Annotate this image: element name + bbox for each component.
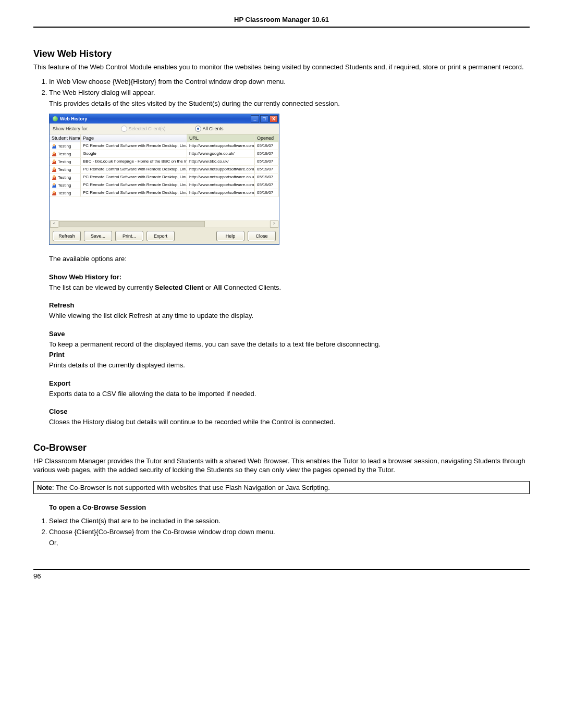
- close-window-button[interactable]: X: [270, 115, 278, 122]
- table-row[interactable]: Testing PC Remote Control Software with …: [50, 142, 279, 150]
- dialog-button-row: Refresh Save... Print... Export Help Clo…: [50, 228, 279, 244]
- cobrowse-steps: Select the Client(s) that are to be incl…: [33, 516, 530, 548]
- opt-save-body: To keep a permanent record of the displa…: [49, 340, 530, 349]
- scroll-thumb[interactable]: [59, 221, 205, 227]
- radio-icon: [121, 126, 127, 132]
- user-icon: [52, 167, 57, 172]
- open-cobrowse-head: To open a Co-Browse Session: [49, 503, 530, 511]
- table-row[interactable]: Testing PC Remote Control Software with …: [50, 181, 279, 189]
- app-icon: [53, 116, 58, 121]
- refresh-button[interactable]: Refresh: [53, 231, 81, 241]
- heading-co-browser: Co-Browser: [33, 442, 530, 453]
- table-header: Student Name Page URL Opened: [50, 134, 279, 142]
- dialog-title: Web History: [60, 116, 87, 121]
- opt-show-history-body: The list can be viewed by currently Sele…: [49, 283, 530, 292]
- radio-selected-label: Selected Client(s): [129, 126, 166, 131]
- opt-refresh-body: While viewing the list click Refresh at …: [49, 311, 530, 320]
- radio-all-label: All Clients: [203, 126, 224, 131]
- step-2: The Web History dialog will appear. This…: [49, 88, 530, 108]
- user-icon: [52, 151, 57, 156]
- show-history-label: Show History for:: [53, 126, 89, 131]
- col-student-name[interactable]: Student Name: [50, 134, 81, 142]
- user-icon: [52, 143, 57, 149]
- print-button[interactable]: Print...: [115, 231, 143, 241]
- col-url[interactable]: URL: [187, 134, 255, 142]
- horizontal-scrollbar[interactable]: < >: [50, 220, 279, 228]
- table-row[interactable]: Testing BBC - bbc.co.uk homepage - Home …: [50, 158, 279, 166]
- note-box: Note: The Co-Browser is not supported wi…: [33, 481, 530, 494]
- table-row[interactable]: Testing PC Remote Control Software with …: [50, 166, 279, 174]
- export-button[interactable]: Export: [146, 231, 175, 241]
- page-number: 96: [33, 572, 41, 580]
- close-button[interactable]: Close: [248, 231, 276, 241]
- window-buttons: _ □ X: [251, 115, 278, 122]
- maximize-button[interactable]: □: [260, 115, 268, 122]
- user-icon: [52, 159, 57, 164]
- options-intro: The available options are:: [49, 254, 530, 264]
- note-label: Note: [37, 484, 52, 491]
- opt-print-body: Prints details of the currently displaye…: [49, 361, 530, 370]
- scroll-left-icon[interactable]: <: [50, 220, 58, 228]
- col-page[interactable]: Page: [81, 134, 187, 142]
- step-1: In Web View choose {Web}{History} from t…: [49, 77, 530, 87]
- user-icon: [52, 182, 57, 188]
- user-icon: [52, 190, 57, 195]
- scroll-track[interactable]: [59, 221, 270, 227]
- radio-selected-clients[interactable]: Selected Client(s): [121, 126, 166, 132]
- opt-export-body: Exports data to a CSV file allowing the …: [49, 389, 530, 399]
- save-button[interactable]: Save...: [84, 231, 112, 241]
- cobrowse-step-2-or: Or,: [49, 538, 530, 548]
- user-icon: [52, 175, 57, 180]
- minimize-button[interactable]: _: [251, 115, 259, 122]
- cobrowse-step-2: Choose {Client}{Co-Browse} from the Co-B…: [49, 527, 530, 548]
- table-row[interactable]: Testing PC Remote Control Software with …: [50, 174, 279, 181]
- opt-export-head: Export: [49, 379, 530, 387]
- table-row[interactable]: Testing PC Remote Control Software with …: [50, 189, 279, 197]
- step-2-text: The Web History dialog will appear.: [49, 89, 155, 96]
- radio-icon: [195, 126, 201, 132]
- radio-all-clients[interactable]: All Clients: [195, 126, 224, 132]
- running-head: HP Classroom Manager 10.61: [33, 16, 530, 28]
- step-2-followup: This provides details of the sites visit…: [49, 99, 530, 108]
- opt-refresh-head: Refresh: [49, 301, 530, 309]
- dialog-titlebar: Web History _ □ X: [50, 114, 279, 124]
- table-body: Testing PC Remote Control Software with …: [50, 142, 279, 220]
- table-row[interactable]: Testing Google http://www.google.co.uk/ …: [50, 150, 279, 158]
- opt-close-head: Close: [49, 408, 530, 415]
- opt-save-head: Save: [49, 330, 530, 338]
- co-browser-intro: HP Classroom Manager provides the Tutor …: [33, 456, 530, 475]
- footer: 96: [33, 569, 530, 580]
- dialog-toolbar: Show History for: Selected Client(s) All…: [50, 124, 279, 134]
- cobrowse-step-1: Select the Client(s) that are to be incl…: [49, 516, 530, 526]
- opt-print-head: Print: [49, 351, 530, 359]
- web-history-dialog: Web History _ □ X Show History for: Sele…: [49, 114, 279, 245]
- steps-list: In Web View choose {Web}{History} from t…: [33, 77, 530, 109]
- document-page: HP Classroom Manager 10.61 View Web Hist…: [0, 0, 563, 601]
- heading-view-web-history: View Web History: [33, 48, 530, 59]
- col-opened[interactable]: Opened: [255, 134, 279, 142]
- opt-show-history-head: Show Web History for:: [49, 273, 530, 281]
- web-history-dialog-figure: Web History _ □ X Show History for: Sele…: [49, 114, 530, 245]
- note-body: : The Co-Browser is not supported with w…: [52, 484, 330, 491]
- help-button[interactable]: Help: [216, 231, 244, 241]
- opt-close-body: Closes the History dialog but details wi…: [49, 417, 530, 427]
- intro-paragraph: This feature of the Web Control Module e…: [33, 63, 530, 72]
- scroll-right-icon[interactable]: >: [270, 220, 278, 228]
